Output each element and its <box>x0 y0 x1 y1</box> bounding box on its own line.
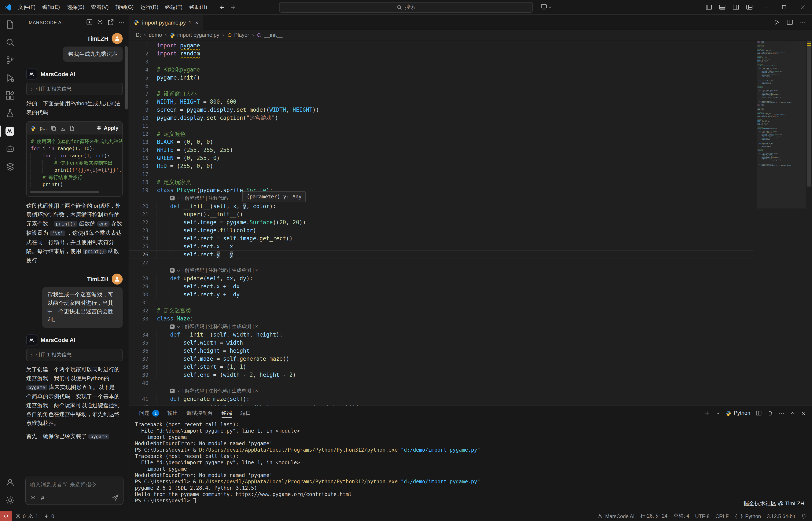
panel-tab-端口[interactable]: 端口 <box>236 406 255 420</box>
run-button[interactable] <box>773 19 780 25</box>
menu-转到(G)[interactable]: 转到(G) <box>112 3 137 12</box>
code-line[interactable]: 20 def __init__(self, x, y, color): <box>129 202 753 210</box>
split-terminal-icon[interactable] <box>756 410 762 416</box>
close-panel-icon[interactable] <box>801 410 806 416</box>
line-number[interactable]: 39 <box>129 371 148 379</box>
code-line[interactable]: 33class Maze: <box>129 315 753 323</box>
code-line[interactable]: 17 <box>129 170 753 178</box>
line-number[interactable]: 1 <box>129 42 148 49</box>
terminal[interactable]: Traceback (most recent call last): File … <box>129 420 812 511</box>
line-number[interactable]: 14 <box>129 146 148 154</box>
line-number[interactable]: 22 <box>129 218 148 226</box>
line-number[interactable]: 25 <box>129 243 148 250</box>
status-item-notifications[interactable] <box>798 511 809 521</box>
code-line[interactable]: 19class Player(pygame.sprite.Sprite): <box>129 186 753 194</box>
line-number[interactable]: 17 <box>129 170 148 178</box>
apply-button[interactable]: Apply <box>96 125 118 131</box>
maximize-panel-icon[interactable] <box>790 411 795 416</box>
menu-查看(V)[interactable]: 查看(V) <box>88 3 112 12</box>
insert-icon[interactable] <box>60 126 65 131</box>
code-line[interactable]: 10pygame.display.set_caption("迷宫游戏") <box>129 114 753 122</box>
terminal-dropdown-icon[interactable] <box>716 411 720 415</box>
codelens-row[interactable]: | 解释代码 | 注释代码 | 生成单测 | × <box>129 323 753 331</box>
line-number[interactable]: 3 <box>129 58 148 66</box>
line-number[interactable]: 24 <box>129 234 148 243</box>
chat-input-box[interactable]: # <box>25 477 123 505</box>
line-number[interactable]: 16 <box>129 162 148 170</box>
bolt-indicator[interactable]: 0 <box>41 511 57 521</box>
settings-gear-icon[interactable] <box>0 491 20 509</box>
status-item-UTF-8[interactable]: UTF-8 <box>692 511 713 521</box>
line-number[interactable]: 37 <box>129 355 148 363</box>
line-number[interactable]: 15 <box>129 154 148 162</box>
layout-sidebar-left-icon[interactable] <box>702 4 716 10</box>
status-item-Python[interactable]: { }Python <box>732 511 764 521</box>
line-number[interactable]: 6 <box>129 82 148 90</box>
explorer-icon[interactable] <box>0 16 20 33</box>
panel-tab-问题[interactable]: 问题1 <box>135 406 163 420</box>
line-number[interactable]: 41 <box>129 395 148 403</box>
codelens-row[interactable]: | 解释代码 | 注释代码 | 生成单测 | × <box>129 387 753 395</box>
code-line[interactable]: 13BLACK = (0, 0, 0) <box>129 138 753 146</box>
new-terminal-icon[interactable] <box>704 410 710 416</box>
menu-运行(R)[interactable]: 运行(R) <box>137 3 162 12</box>
line-number[interactable]: 4 <box>129 66 148 74</box>
status-item-行 26, 列 24[interactable]: 行 26, 列 24 <box>637 511 671 521</box>
code-line[interactable]: 11 <box>129 122 753 130</box>
code-line[interactable]: 34 def __init__(self, width, height): <box>129 331 753 339</box>
code-line[interactable]: 12# 定义颜色 <box>129 130 753 138</box>
minimize-button[interactable] <box>756 0 775 15</box>
code-line[interactable]: 29 self.rect.x += dx <box>129 282 753 290</box>
menu-选择(S)[interactable]: 选择(S) <box>63 3 88 12</box>
breadcrumb-item[interactable]: Player <box>227 32 249 38</box>
line-number[interactable]: 23 <box>129 226 148 234</box>
code-line[interactable]: 6 <box>129 82 753 90</box>
line-number[interactable]: 2 <box>129 49 148 58</box>
chat-reference-toggle[interactable]: ›引用 1 相关信息 <box>26 83 123 95</box>
code-line[interactable]: 42 maze = [[0] * self.width for _ in ran… <box>129 403 753 406</box>
code-editor[interactable]: 1import pygame2import random34# 初始化pygam… <box>129 41 812 406</box>
breadcrumb-item[interactable]: D: <box>136 32 141 38</box>
context-hash-button[interactable]: # <box>41 494 44 501</box>
share-icon[interactable] <box>108 19 114 25</box>
layout-panel-icon[interactable] <box>716 4 729 10</box>
maximize-button[interactable] <box>775 0 793 15</box>
code-line[interactable]: 8WIDTH, HEIGHT = 800, 600 <box>129 98 753 106</box>
line-number[interactable]: 21 <box>129 210 148 218</box>
tab-close-icon[interactable]: × <box>195 19 199 26</box>
menu-编辑(E)[interactable]: 编辑(E) <box>39 3 63 12</box>
tab-import-pygame[interactable]: import pygame.py 1 × <box>129 15 203 30</box>
panel-more-actions-icon[interactable] <box>779 410 785 416</box>
status-item-MarsCode AI[interactable]: MarsCode AI <box>595 511 637 521</box>
more-actions-icon[interactable] <box>118 19 124 25</box>
line-number[interactable]: 38 <box>129 363 148 371</box>
line-number[interactable]: 5 <box>129 74 148 82</box>
code-line[interactable]: 36 self.height = height <box>129 347 753 355</box>
horizontal-scrollbar[interactable] <box>30 191 99 193</box>
command-center-search[interactable]: 搜索 <box>279 2 533 13</box>
code-line[interactable]: 4# 初始化pygame <box>129 66 753 74</box>
code-line[interactable]: 7# 设置窗口大小 <box>129 90 753 98</box>
panel-tab-输出[interactable]: 输出 <box>163 406 182 420</box>
code-line[interactable]: 5pygame.init() <box>129 74 753 82</box>
code-line[interactable]: 25 self.rect.x = x <box>129 243 753 250</box>
code-line[interactable]: 37 self.maze = self.generate_maze() <box>129 355 753 363</box>
code-line[interactable]: 30 self.rect.y += dy <box>129 290 753 298</box>
testing-icon[interactable] <box>0 105 20 122</box>
marscode-ai-icon[interactable] <box>0 122 20 140</box>
codelens-row[interactable]: | 解释代码 | 注释代码 <box>129 194 753 202</box>
skills-icon[interactable] <box>30 495 36 501</box>
chat-scrollbar[interactable] <box>125 46 128 110</box>
status-item-CRLF[interactable]: CRLF <box>713 511 732 521</box>
line-number[interactable]: 28 <box>129 274 148 282</box>
panel-tab-终端[interactable]: 终端 <box>217 406 236 420</box>
line-number[interactable]: 36 <box>129 347 148 355</box>
line-number[interactable]: 7 <box>129 90 148 98</box>
menu-帮助(H)[interactable]: 帮助(H) <box>186 3 211 12</box>
code-line[interactable]: 23 self.image.fill(color) <box>129 226 753 234</box>
code-line[interactable]: 31 <box>129 298 753 307</box>
breadcrumb-item[interactable]: demo <box>149 32 162 38</box>
code-line[interactable]: 14WHITE = (255, 255, 255) <box>129 146 753 154</box>
forward-arrow-icon[interactable] <box>230 4 237 10</box>
code-line[interactable]: 9screen = pygame.display.set_mode((WIDTH… <box>129 106 753 114</box>
